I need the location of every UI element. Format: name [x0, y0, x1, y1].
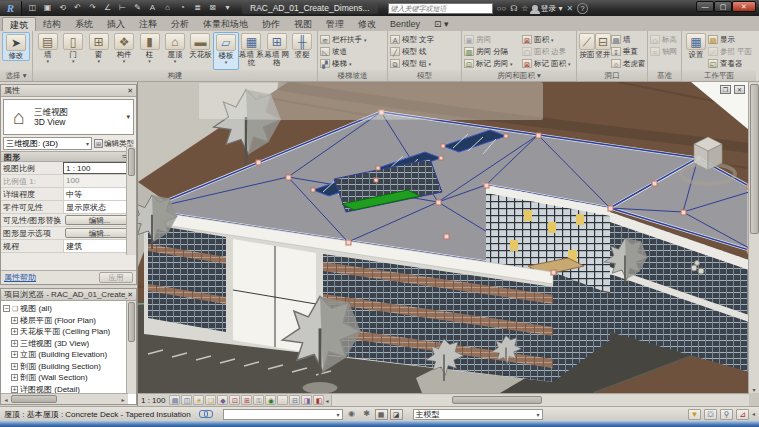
tree-item-ceiling-plan[interactable]: + 天花板平面 (Ceiling Plan) [3, 326, 136, 338]
active-workset-dropdown[interactable]: ▾ [223, 409, 343, 420]
section-icon[interactable]: ◔ [176, 2, 189, 14]
tab-massing-site[interactable]: 体量和场地 [196, 17, 255, 31]
tab-bentley[interactable]: Bentley [383, 17, 427, 31]
design-option-dropdown[interactable]: 主模型▾ [413, 409, 543, 420]
temporary-view-properties-icon[interactable]: ◨ [301, 395, 312, 405]
tree-item-elevation[interactable]: + 立面 (Building Elevation) [3, 349, 136, 361]
tree-item-wall-section[interactable]: + 剖面 (Wall Section) [3, 372, 136, 384]
properties-close-icon[interactable]: ✕ [127, 87, 133, 95]
component-button[interactable]: ❖ 构件▾ [111, 32, 136, 70]
select-links-icon[interactable]: ▼ [688, 409, 701, 420]
browser-close-icon[interactable]: ✕ [127, 291, 133, 299]
close-button[interactable]: ✕ [732, 1, 756, 12]
help-icon[interactable]: ? [577, 3, 587, 14]
ribbon-state-toggle[interactable]: ⊡ ▾ [427, 17, 456, 31]
close-hidden-windows-icon[interactable]: ⊠ [206, 2, 219, 14]
expand-icon[interactable]: + [11, 363, 18, 370]
room-button[interactable]: ▣ 房间 [464, 34, 516, 45]
crop-view-icon[interactable]: ⊡ [229, 395, 240, 405]
search-input[interactable] [388, 3, 493, 14]
wall-button[interactable]: ▤ 墙▾ [35, 32, 60, 70]
opening-by-face-button[interactable]: ⟋ 按面 [579, 32, 595, 69]
detail-level-icon[interactable]: ▤ [169, 395, 180, 405]
default-3d-view-icon[interactable]: ⌂ [161, 2, 174, 14]
view-filter-dropdown[interactable]: 三维视图: (3D)▾ [3, 137, 92, 150]
tab-annotate[interactable]: 注释 [132, 17, 164, 31]
shaft-opening-button[interactable]: ⊟ 竖井 [595, 32, 611, 69]
restore-view-window-icon[interactable]: ❐ [720, 85, 731, 94]
analysis-display-icon[interactable]: ◧ [313, 395, 324, 405]
type-selector-caret-icon[interactable]: ▾ [126, 113, 133, 121]
curtain-grid-button[interactable]: ⊞ 幕墙 网格 [264, 32, 289, 70]
close-view-window-icon[interactable]: ✕ [734, 85, 745, 94]
select-underlay-icon[interactable]: ⛋ [704, 409, 717, 420]
exchange-apps-icon[interactable]: ✕ [567, 4, 574, 13]
grid-button[interactable]: ⌗ 轴网 [650, 46, 679, 57]
tag-area-button[interactable]: ⊠ 标记 面积▾ [522, 58, 574, 69]
panel-label-select[interactable]: 选择 ▾ [0, 70, 32, 81]
model-line-button[interactable]: ╱ 模型 线 [390, 46, 459, 57]
expand-icon[interactable]: + [11, 386, 18, 393]
expand-icon[interactable]: + [11, 328, 18, 335]
dormer-opening-button[interactable]: ⌂ 老虎窗 [611, 58, 646, 69]
tab-manage[interactable]: 管理 [319, 17, 351, 31]
window-button[interactable]: ⊞ 窗▾ [86, 32, 111, 70]
stairs-button[interactable]: ▞ 楼梯▾ [320, 58, 385, 69]
tag-icon[interactable]: ✎ [131, 2, 144, 14]
type-selector[interactable]: ⌂ 三维视图 3D View ▾ [3, 99, 134, 135]
browser-hscrollbar[interactable]: ◂▸ [1, 393, 128, 404]
select-pinned-icon[interactable]: ⚲ [720, 409, 733, 420]
editing-requests-icon[interactable]: ✱ [361, 409, 373, 420]
worksharing-display-icon[interactable]: ⊟ [289, 395, 300, 405]
expand-icon[interactable]: + [11, 374, 18, 381]
communication-center-icon[interactable]: ☊ [510, 4, 517, 13]
sun-path-icon[interactable]: ☀ [193, 395, 204, 405]
show-crop-region-icon[interactable]: ⊞ [241, 395, 252, 405]
vertical-opening-button[interactable]: ↧ 垂直 [611, 46, 646, 57]
door-button[interactable]: ▯ 门▾ [60, 32, 85, 70]
curtain-system-button[interactable]: ▦ 幕墙 系统 [239, 32, 264, 70]
column-button[interactable]: ▮ 柱▾ [137, 32, 162, 70]
tab-modify[interactable]: 修改 [351, 17, 383, 31]
tree-item-building-section[interactable]: + 剖面 (Building Section) [3, 361, 136, 373]
display-options-edit-button[interactable]: 编辑... [65, 228, 134, 238]
shadows-icon[interactable]: ❏ [205, 395, 216, 405]
area-button[interactable]: ⊠ 面积▾ [522, 34, 574, 45]
expand-icon[interactable]: + [11, 340, 18, 347]
locked-3d-view-icon[interactable]: ⚿ [253, 395, 264, 405]
minimize-button[interactable]: — [696, 1, 714, 12]
save-icon[interactable]: ▣ [41, 2, 54, 14]
measure-icon[interactable]: ∠ [101, 2, 114, 14]
tab-structure[interactable]: 结构 [36, 17, 68, 31]
tree-root-views[interactable]: − ❏ 视图 (all) [3, 303, 136, 315]
model-group-button[interactable]: ⧉ 模型 组▾ [390, 58, 459, 69]
ramp-button[interactable]: ◺ 坡道 [320, 46, 385, 57]
3d-view-scene[interactable] [138, 82, 749, 393]
sync-icon[interactable]: ⟲ [56, 2, 69, 14]
text-icon[interactable]: A [146, 2, 159, 14]
undo-icon[interactable]: ↶ [71, 2, 84, 14]
dimension-icon[interactable]: ⊢ [116, 2, 129, 14]
apply-button[interactable]: 应用 [99, 272, 133, 283]
reveal-hidden-elements-icon[interactable]: ◌ [277, 395, 288, 405]
expand-icon[interactable]: + [11, 317, 18, 324]
application-menu-button[interactable]: R [0, 1, 22, 16]
show-workplane-button[interactable]: ▧ 显示 [708, 34, 752, 45]
tag-room-button[interactable]: ⊡ 标记 房间▾ [464, 58, 516, 69]
tree-item-detail[interactable]: + 详图视图 (Detail) [3, 384, 136, 394]
expand-icon[interactable]: + [11, 351, 18, 358]
design-options-icon[interactable]: ▦ [375, 409, 388, 420]
viewer-button[interactable]: ◱ 查看器 [708, 58, 752, 69]
vg-edit-button[interactable]: 编辑... [65, 215, 134, 225]
redo-icon[interactable]: ↷ [86, 2, 99, 14]
room-separator-button[interactable]: ▥ 房间 分隔 [464, 46, 516, 57]
binoculars-search-icon[interactable]: ○○ [497, 4, 507, 13]
tree-item-3d-view[interactable]: + 三维视图 (3D View) [3, 338, 136, 350]
panel-label-room-area[interactable]: 房间和面积 ▾ [462, 70, 576, 81]
tab-insert[interactable]: 插入 [100, 17, 132, 31]
canvas-hscrollbar[interactable] [331, 395, 749, 406]
sign-in-button[interactable]: 登录 ▾ [532, 3, 562, 14]
show-rendering-icon[interactable]: ◆ [217, 395, 228, 405]
canvas-vscrollbar[interactable]: ▾ [748, 82, 759, 393]
temporary-hide-isolate-icon[interactable]: ◉ [265, 395, 276, 405]
